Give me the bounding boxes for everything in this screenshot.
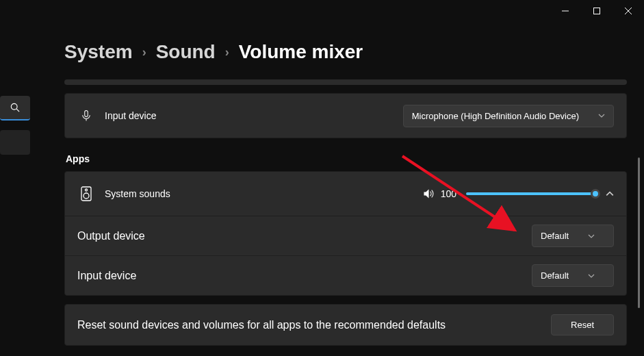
svg-point-4 [11, 103, 17, 110]
microphone-icon [77, 110, 95, 122]
app-input-device-dropdown[interactable]: Default [532, 264, 614, 287]
reset-description: Reset sound devices and volumes for all … [77, 319, 446, 331]
speaker-device-icon [77, 186, 95, 201]
chevron-right-icon: › [225, 45, 229, 60]
app-output-device-row: Output device Default [65, 216, 626, 255]
input-device-dropdown[interactable]: Microphone (High Definition Audio Device… [403, 105, 614, 127]
input-device-label: Input device [105, 110, 157, 121]
chevron-down-icon [588, 272, 595, 279]
volume-slider[interactable] [466, 192, 596, 195]
svg-line-5 [16, 109, 19, 112]
input-device-selected: Microphone (High Definition Audio Device… [412, 111, 579, 121]
chevron-up-icon[interactable] [606, 190, 614, 198]
breadcrumb: System › Sound › Volume mixer [64, 41, 627, 63]
reset-card: Reset sound devices and volumes for all … [64, 304, 627, 346]
app-input-device-row: Input device Default [65, 255, 626, 295]
window-controls [550, 0, 644, 22]
output-device-label: Output device [77, 230, 145, 242]
minimize-button[interactable] [550, 0, 581, 22]
volume-value: 100 [441, 188, 456, 199]
sidebar-nav-item[interactable] [0, 130, 30, 155]
input-device-card: Input device Microphone (High Definition… [64, 93, 627, 138]
apps-section-title: Apps [66, 153, 627, 164]
svg-marker-11 [424, 190, 428, 198]
maximize-button[interactable] [581, 0, 613, 22]
search-icon [10, 103, 20, 112]
reset-button[interactable]: Reset [551, 314, 614, 335]
chevron-down-icon [598, 112, 605, 119]
chevron-right-icon: › [142, 45, 146, 60]
search-button[interactable] [0, 96, 30, 120]
volume-icon[interactable] [423, 188, 434, 199]
collapsed-card-edge [64, 79, 627, 85]
output-device-selected: Default [541, 231, 569, 241]
slider-thumb[interactable] [591, 189, 600, 199]
svg-rect-1 [594, 8, 600, 14]
sidebar [0, 96, 34, 155]
svg-rect-6 [85, 111, 88, 117]
scrollbar[interactable] [638, 157, 640, 308]
chevron-down-icon [588, 233, 595, 240]
svg-point-10 [86, 189, 88, 191]
app-input-device-selected: Default [541, 270, 569, 281]
breadcrumb-system[interactable]: System [64, 41, 133, 63]
output-device-dropdown[interactable]: Default [532, 225, 614, 247]
app-system-sounds-header[interactable]: System sounds 100 [65, 172, 626, 216]
svg-point-9 [83, 193, 89, 199]
breadcrumb-current: Volume mixer [239, 41, 363, 63]
input-device-sub-label: Input device [77, 270, 136, 282]
breadcrumb-sound[interactable]: Sound [156, 41, 216, 63]
app-system-sounds-card: System sounds 100 Output device Default [64, 171, 627, 296]
app-label: System sounds [105, 188, 170, 199]
close-button[interactable] [613, 0, 644, 22]
